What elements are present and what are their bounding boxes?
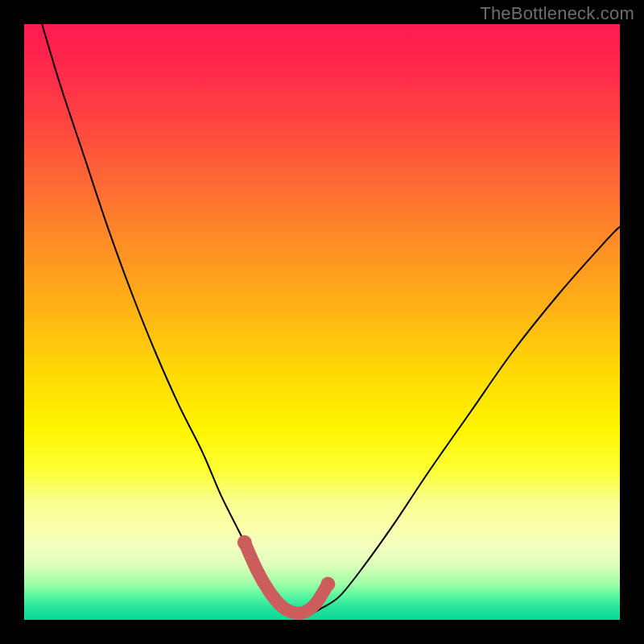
chart-container: TheBottleneck.com: [0, 0, 644, 644]
highlight-segment: [245, 543, 328, 613]
plot-area: [24, 24, 620, 620]
curve-svg: [24, 24, 620, 620]
highlight-end-dot: [320, 577, 335, 592]
bottleneck-curve: [42, 24, 620, 615]
watermark-text: TheBottleneck.com: [480, 3, 634, 24]
highlight-start-dot: [237, 535, 252, 550]
